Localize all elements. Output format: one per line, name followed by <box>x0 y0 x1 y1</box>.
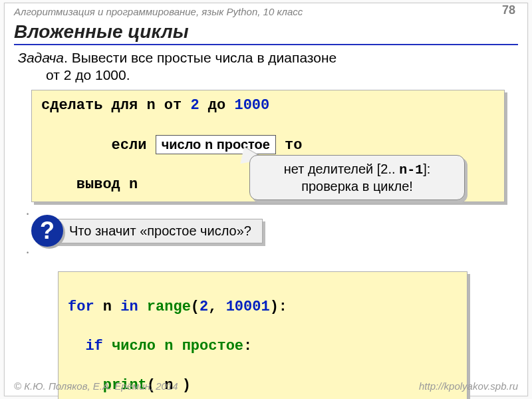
kw-in: in <box>120 299 138 315</box>
slide: Алгоритмизация и программирование, язык … <box>4 3 528 396</box>
site-url: http://kpolyakov.spb.ru <box>419 380 518 392</box>
task-text-1: . Вывести все простые числа в диапазоне <box>64 50 336 65</box>
page-number: 78 <box>502 3 515 17</box>
task-statement: Задача. Вывести все простые числа в диап… <box>18 49 514 84</box>
num-2: 2 <box>200 299 208 315</box>
txt: до <box>200 97 235 114</box>
n-minus-1: n-1 <box>399 162 423 178</box>
txt: ]: <box>423 162 430 176</box>
kw-for: for <box>68 299 94 315</box>
comma: , <box>208 299 225 315</box>
num-10001: 10001 <box>226 299 270 315</box>
txt: сделать для n от <box>41 97 190 114</box>
paren: ( <box>191 299 200 315</box>
task-label: Задача <box>18 50 64 65</box>
txt: проверка в цикле! <box>301 179 413 194</box>
py-line-2: if число n простое: <box>68 336 458 356</box>
question-box: Что значит «простое число»? <box>51 219 263 243</box>
question-row: ? Что значит «простое число»? <box>31 215 263 247</box>
paren: ): <box>270 299 287 315</box>
question-mark-icon: ? <box>31 215 63 247</box>
num-1000: 1000 <box>234 97 269 114</box>
txt: то <box>276 137 303 154</box>
cond: число n простое <box>103 338 243 354</box>
txt: если <box>94 137 155 154</box>
txt: нет делителей [2.. <box>284 162 399 176</box>
selection-handle: • <box>27 211 29 217</box>
var-n: n <box>94 299 121 315</box>
num-2: 2 <box>190 97 199 114</box>
callout-bubble: нет делителей [2.. n-1]: проверка в цикл… <box>249 155 465 200</box>
course-label: Алгоритмизация и программирование, язык … <box>14 6 303 17</box>
header: Алгоритмизация и программирование, язык … <box>5 3 527 17</box>
slide-title: Вложенные циклы <box>14 21 518 45</box>
task-text-2: от 2 до 1000. <box>18 66 514 84</box>
footer: © К.Ю. Поляков, Е.А. Ерёмин, 2014 http:/… <box>14 380 518 392</box>
sp <box>138 299 147 315</box>
fn-range: range <box>147 299 191 315</box>
py-line-1: for n in range(2, 10001): <box>68 297 458 317</box>
copyright: © К.Ю. Поляков, Е.А. Ерёмин, 2014 <box>14 380 178 392</box>
kw-if: if <box>68 338 103 354</box>
colon: : <box>243 338 252 354</box>
pseudo-line-1: сделать для n от 2 до 1000 <box>41 96 495 116</box>
selection-handle: • <box>27 249 29 256</box>
